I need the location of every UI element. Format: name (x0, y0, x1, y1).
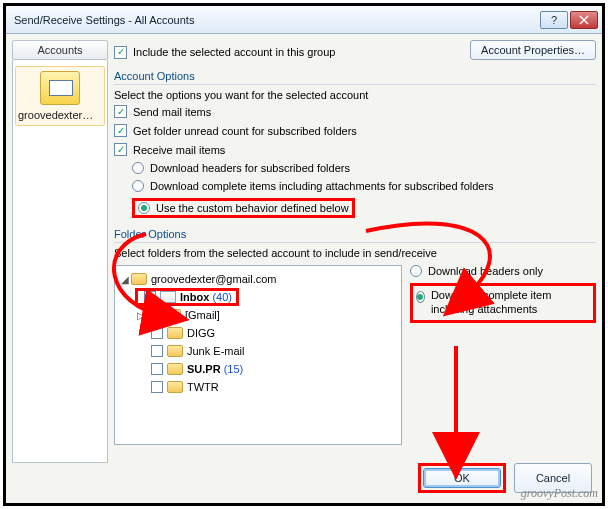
svg-text:?: ? (551, 15, 557, 25)
include-account-checkbox[interactable] (114, 46, 127, 59)
divider (114, 84, 596, 85)
divider (114, 242, 596, 243)
get-unread-label: Get folder unread count for subscribed f… (133, 125, 357, 137)
accounts-header: Accounts (12, 40, 108, 60)
radio-custom-behavior-label: Use the custom behavior defined below (156, 202, 349, 214)
supr-checkbox[interactable] (151, 363, 163, 375)
folder-icon (167, 327, 183, 339)
receive-mail-checkbox[interactable] (114, 143, 127, 156)
highlight-ok: OK (418, 463, 506, 493)
radio-download-headers-subscribed[interactable] (132, 162, 144, 174)
ok-button[interactable]: OK (423, 468, 501, 488)
collapse-icon[interactable]: ◢ (119, 274, 131, 285)
account-options-intro: Select the options you want for the sele… (114, 89, 596, 101)
highlight-custom-behavior: Use the custom behavior defined below (132, 198, 355, 218)
send-mail-label: Send mail items (133, 106, 211, 118)
folder-options-heading: Folder Options (114, 228, 596, 240)
twtr-label: TWTR (187, 381, 219, 393)
account-options-heading: Account Options (114, 70, 596, 82)
digg-checkbox[interactable] (151, 327, 163, 339)
account-label: groovedexter@… (18, 109, 102, 121)
gmail-label: [Gmail] (185, 309, 220, 321)
radio-download-complete-item-label: Download complete item including attachm… (431, 289, 590, 317)
inbox-checkbox[interactable] (144, 291, 156, 303)
folder-tree[interactable]: ◢ groovedexter@gmail.com Inbox (40) (114, 265, 402, 445)
highlight-download-complete: Download complete item including attachm… (410, 283, 596, 323)
junk-checkbox[interactable] (151, 345, 163, 357)
radio-download-complete-subscribed-label: Download complete items including attach… (150, 180, 494, 192)
titlebar: Send/Receive Settings - All Accounts ? (6, 6, 602, 34)
accounts-list: groovedexter@… (12, 60, 108, 463)
twtr-checkbox[interactable] (151, 381, 163, 393)
cancel-button[interactable]: Cancel (514, 463, 592, 493)
expand-icon[interactable]: ▷ (135, 310, 147, 321)
folder-icon (165, 309, 181, 321)
help-button[interactable]: ? (540, 11, 568, 29)
account-folder-icon (40, 71, 80, 105)
close-button[interactable] (570, 11, 598, 29)
radio-download-headers-only[interactable] (410, 265, 422, 277)
folder-icon (167, 381, 183, 393)
gmail-checkbox[interactable] (149, 309, 161, 321)
mail-icon (160, 291, 176, 303)
window-title: Send/Receive Settings - All Accounts (14, 14, 538, 26)
tree-root-label: groovedexter@gmail.com (151, 273, 277, 285)
radio-download-complete-item[interactable] (416, 291, 425, 303)
account-item[interactable]: groovedexter@… (15, 66, 105, 126)
radio-custom-behavior[interactable] (138, 202, 150, 214)
supr-label: SU.PR (187, 363, 221, 375)
accounts-pane: Accounts groovedexter@… (12, 40, 108, 463)
radio-download-complete-subscribed[interactable] (132, 180, 144, 192)
folder-icon (167, 363, 183, 375)
include-account-label: Include the selected account in this gro… (133, 46, 335, 58)
inbox-label: Inbox (180, 291, 209, 303)
folder-icon (131, 273, 147, 285)
junk-label: Junk E-mail (187, 345, 244, 357)
radio-download-headers-only-label: Download headers only (428, 265, 543, 277)
digg-label: DIGG (187, 327, 215, 339)
folder-options-intro: Select folders from the selected account… (114, 247, 596, 259)
get-unread-checkbox[interactable] (114, 124, 127, 137)
radio-download-headers-subscribed-label: Download headers for subscribed folders (150, 162, 350, 174)
account-properties-button[interactable]: Account Properties… (470, 40, 596, 60)
inbox-count: (40) (212, 291, 232, 303)
highlight-inbox: Inbox (40) (135, 288, 239, 306)
send-mail-checkbox[interactable] (114, 105, 127, 118)
supr-count: (15) (224, 363, 244, 375)
folder-icon (167, 345, 183, 357)
receive-mail-label: Receive mail items (133, 144, 225, 156)
